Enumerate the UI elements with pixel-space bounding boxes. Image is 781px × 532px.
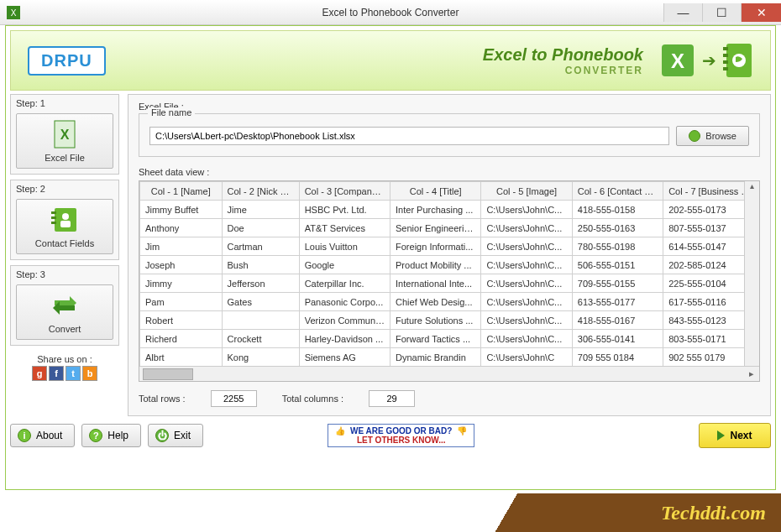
sidebar: Step: 1 X Excel File Step: 2 Contact Fie… bbox=[10, 94, 119, 416]
excel-file-group-label: Excel File : bbox=[139, 102, 760, 112]
svg-rect-16 bbox=[51, 222, 56, 224]
svg-rect-8 bbox=[723, 67, 728, 70]
sheet-data-label: Sheet data view : bbox=[139, 167, 760, 177]
table-row[interactable]: AlbrtKongSiemens AGDynamic BrandinC:\Use… bbox=[140, 348, 759, 367]
browse-button[interactable]: Browse bbox=[676, 126, 749, 146]
facebook-icon[interactable]: f bbox=[49, 366, 64, 381]
file-row: Browse bbox=[149, 126, 749, 146]
column-header[interactable]: Col - 1 [Name] bbox=[140, 182, 223, 201]
next-button[interactable]: Next bbox=[699, 423, 771, 448]
table-row[interactable]: AnthonyDoeAT&T ServicesSenior Engineerin… bbox=[140, 219, 759, 237]
table-cell: Caterpillar Inc. bbox=[299, 274, 390, 293]
step1-group: Step: 1 X Excel File bbox=[10, 94, 119, 175]
table-cell: C:\Users\John\C... bbox=[481, 330, 572, 348]
feedback-banner[interactable]: 👍 WE ARE GOOD OR BAD? 👎 LET OTHERS KNOW.… bbox=[328, 424, 474, 447]
watermark: Techddi.com bbox=[479, 493, 781, 532]
table-cell: Jefferson bbox=[222, 274, 299, 293]
help-button[interactable]: ?Help bbox=[81, 424, 141, 447]
minimize-button[interactable]: — bbox=[663, 3, 702, 22]
file-path-input[interactable] bbox=[149, 127, 669, 145]
table-row[interactable]: PamGatesPanasonic Corpo...Chief Web Desi… bbox=[140, 293, 759, 311]
table-cell: Louis Vuitton bbox=[299, 237, 390, 256]
table-row[interactable]: Jimmy BuffetJimeHSBC Pvt. Ltd.Inter Purc… bbox=[140, 201, 759, 219]
column-header[interactable]: Col - 5 [Image] bbox=[481, 182, 572, 201]
step1-label: Excel File bbox=[45, 153, 85, 163]
step3-group: Step: 3 Convert bbox=[10, 265, 119, 346]
table-row[interactable]: RobertVerizon Communi...Future Solutions… bbox=[140, 311, 759, 330]
table-cell: 780-555-0198 bbox=[572, 237, 663, 256]
help-label: Help bbox=[107, 430, 128, 441]
banner-title: Excel to Phonebook CONVERTER bbox=[483, 45, 643, 76]
vertical-scrollbar[interactable]: ▴ bbox=[744, 181, 759, 366]
table-cell: Pam bbox=[140, 293, 223, 311]
table-body: Jimmy BuffetJimeHSBC Pvt. Ltd.Inter Purc… bbox=[140, 201, 759, 367]
banner: DRPU Excel to Phonebook CONVERTER X ➔ bbox=[10, 30, 771, 91]
total-rows-value bbox=[211, 390, 257, 407]
contact-fields-icon bbox=[50, 205, 80, 235]
phonebook-icon bbox=[723, 42, 753, 79]
googleplus-icon[interactable]: g bbox=[32, 366, 47, 381]
browse-label: Browse bbox=[705, 131, 736, 141]
table-cell: 418-555-0158 bbox=[572, 201, 663, 219]
total-rows-label: Total rows : bbox=[139, 394, 186, 404]
table-cell: C:\Users\John\C bbox=[481, 348, 572, 367]
contact-fields-button[interactable]: Contact Fields bbox=[16, 199, 113, 254]
close-button[interactable]: ✕ bbox=[741, 3, 781, 22]
about-button[interactable]: iAbout bbox=[10, 424, 75, 447]
file-group-legend: File name bbox=[148, 107, 195, 117]
content-panel: Excel File : File name Browse Sheet data… bbox=[128, 94, 771, 416]
table-cell: Siemens AG bbox=[299, 348, 390, 367]
table-scroll[interactable]: Col - 1 [Name]Col - 2 [Nick Name]Col - 3… bbox=[139, 181, 759, 366]
table-row[interactable]: JimCartmanLouis VuittonForeign Informati… bbox=[140, 237, 759, 256]
browse-icon bbox=[689, 130, 700, 142]
bottom-bar: iAbout ?Help ⏻Exit 👍 WE ARE GOOD OR BAD?… bbox=[10, 423, 771, 448]
table-cell: AT&T Services bbox=[299, 219, 390, 237]
table-cell bbox=[222, 311, 299, 330]
arrow-right-icon: ➔ bbox=[702, 50, 716, 70]
blogger-icon[interactable]: b bbox=[82, 366, 97, 381]
column-header[interactable]: Col - 6 [Contact number] bbox=[572, 182, 663, 201]
column-header[interactable]: Col - 2 [Nick Name] bbox=[222, 182, 299, 201]
table-row[interactable]: JosephBushGoogleProduct Mobility ...C:\U… bbox=[140, 256, 759, 274]
table-cell: Senior Engineerin... bbox=[390, 219, 481, 237]
excel-file-button[interactable]: X Excel File bbox=[16, 113, 113, 169]
table-cell: Inter Purchasing ... bbox=[390, 201, 481, 219]
table-row[interactable]: JimmyJeffersonCaterpillar Inc.Internatio… bbox=[140, 274, 759, 293]
twitter-icon[interactable]: t bbox=[66, 366, 81, 381]
table-cell: Jim bbox=[140, 237, 223, 256]
table-cell: Future Solutions ... bbox=[390, 311, 481, 330]
step2-label: Contact Fields bbox=[35, 238, 94, 248]
step1-legend: Step: 1 bbox=[16, 98, 113, 108]
step3-label: Convert bbox=[49, 324, 81, 334]
svg-rect-7 bbox=[723, 60, 728, 64]
table-cell: Google bbox=[299, 256, 390, 274]
titlebar: X Excel to Phonebook Converter — ☐ ✕ bbox=[0, 0, 781, 25]
table-cell: Verizon Communi... bbox=[299, 311, 390, 330]
column-header[interactable]: Col - 4 [Title] bbox=[390, 182, 481, 201]
table-cell: Harley-Davidson ... bbox=[299, 330, 390, 348]
maximize-button[interactable]: ☐ bbox=[702, 3, 741, 22]
share-section: Share us on : g f t b bbox=[10, 351, 119, 381]
column-header[interactable]: Col - 3 [Company name] bbox=[299, 182, 390, 201]
excel-icon: X bbox=[660, 43, 695, 78]
table-cell: HSBC Pvt. Ltd. bbox=[299, 201, 390, 219]
table-cell: Doe bbox=[222, 219, 299, 237]
table-cell: International Inte... bbox=[390, 274, 481, 293]
table-cell: 250-555-0163 bbox=[572, 219, 663, 237]
svg-rect-18 bbox=[60, 221, 71, 227]
thumb-up-icon: 👍 bbox=[335, 426, 345, 436]
svg-text:X: X bbox=[60, 128, 70, 142]
banner-title-line2: CONVERTER bbox=[483, 65, 643, 76]
svg-rect-6 bbox=[723, 54, 728, 57]
table-cell: Gates bbox=[222, 293, 299, 311]
table-cell: C:\Users\John\C... bbox=[481, 201, 572, 219]
exit-button[interactable]: ⏻Exit bbox=[148, 424, 203, 447]
help-icon: ? bbox=[89, 429, 102, 442]
share-icons: g f t b bbox=[10, 366, 119, 381]
horizontal-scrollbar[interactable]: ▸ bbox=[139, 366, 759, 381]
table-cell: Robert bbox=[140, 311, 223, 330]
convert-button[interactable]: Convert bbox=[16, 284, 113, 340]
table-cell: Crockett bbox=[222, 330, 299, 348]
svg-rect-14 bbox=[51, 211, 56, 214]
table-row[interactable]: RicherdCrockettHarley-Davidson ...Forwar… bbox=[140, 330, 759, 348]
